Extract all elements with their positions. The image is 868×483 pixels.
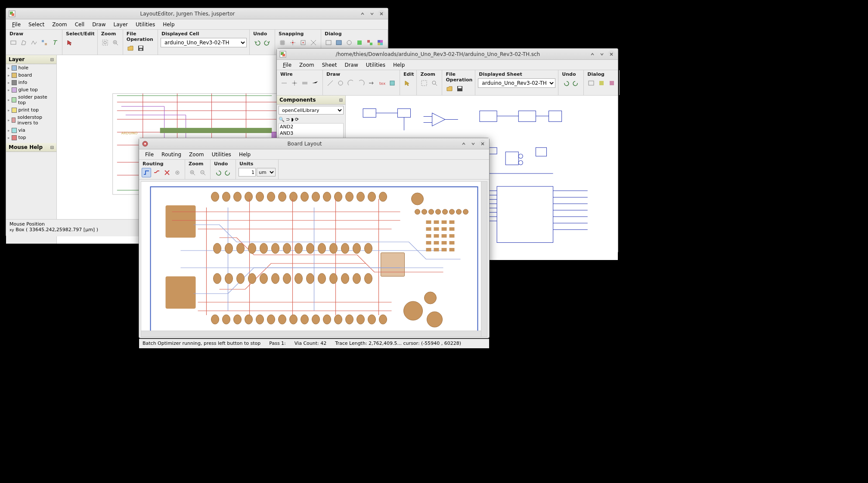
draw-path-icon[interactable]: [29, 38, 39, 47]
menu-zoom[interactable]: Zoom: [186, 150, 208, 159]
close-button[interactable]: [608, 50, 615, 58]
dialog-1-icon[interactable]: [586, 78, 596, 88]
draw-text-icon[interactable]: text: [377, 78, 387, 88]
menu-routing[interactable]: Routing: [158, 150, 185, 159]
redo-icon[interactable]: [223, 168, 233, 177]
close-button[interactable]: [378, 10, 385, 18]
open-file-icon[interactable]: [445, 84, 454, 93]
zoom-in-icon[interactable]: [430, 78, 439, 88]
layer-row[interactable]: ▸solderstop invers to: [6, 114, 56, 127]
draw-component-icon[interactable]: [388, 78, 397, 88]
layer-row[interactable]: ▸hole: [6, 64, 56, 71]
component-item[interactable]: AND3: [279, 130, 343, 136]
draw-polygon-icon[interactable]: [19, 38, 28, 47]
layer-row[interactable]: ▸info: [6, 79, 56, 86]
layer-row[interactable]: ▸glue top: [6, 86, 56, 93]
select-icon[interactable]: [65, 38, 74, 47]
draw-text-icon[interactable]: T: [50, 38, 59, 47]
open-file-icon[interactable]: [126, 43, 135, 53]
component-item[interactable]: AND2: [279, 124, 343, 130]
zoom-in-icon[interactable]: [111, 38, 120, 47]
vertical-scrollbar[interactable]: [481, 182, 487, 337]
zoom-fit-icon[interactable]: [100, 38, 110, 47]
menu-help[interactable]: Help: [236, 150, 254, 159]
menu-help[interactable]: Help: [159, 20, 178, 29]
mouse-help-close-icon[interactable]: ⊟: [50, 145, 54, 150]
undo-icon[interactable]: [561, 78, 570, 88]
draw-arc-icon[interactable]: [346, 78, 356, 88]
save-file-icon[interactable]: [136, 43, 146, 53]
wire-junction-icon[interactable]: [290, 78, 299, 88]
save-file-icon[interactable]: [455, 84, 465, 93]
minimize-button[interactable]: [359, 10, 366, 18]
displayed-cell-dropdown[interactable]: arduino_Uno_Rev3-02-TH: [161, 38, 247, 47]
layer-row[interactable]: ▸board: [6, 71, 56, 79]
route-auto-icon[interactable]: [142, 168, 151, 177]
horizontal-scrollbar[interactable]: [141, 331, 481, 337]
undo-icon[interactable]: [252, 38, 262, 47]
undo-icon[interactable]: [213, 168, 223, 177]
dialog-5-icon[interactable]: [365, 38, 375, 47]
snap-intersect-icon[interactable]: [309, 38, 318, 47]
snap-center-icon[interactable]: [298, 38, 308, 47]
layer-row[interactable]: ▸solder paste top: [6, 93, 56, 106]
comp-gate-or-icon[interactable]: ◗: [291, 117, 294, 122]
close-button[interactable]: [479, 140, 487, 148]
maximize-button[interactable]: [469, 140, 477, 148]
menu-draw[interactable]: Draw: [341, 61, 361, 69]
units-value-input[interactable]: [239, 168, 256, 176]
menu-zoom[interactable]: Zoom: [296, 61, 318, 69]
menu-cell[interactable]: Cell: [71, 20, 88, 29]
route-rip-icon[interactable]: [162, 168, 172, 177]
menu-sheet[interactable]: Sheet: [319, 61, 341, 69]
layer-panel-close-icon[interactable]: ⊟: [50, 57, 54, 62]
comp-filter-icon[interactable]: 🔍: [279, 117, 285, 122]
minimize-button[interactable]: [460, 140, 468, 148]
layer-row[interactable]: ▸via: [6, 127, 56, 134]
menu-file[interactable]: File: [142, 150, 157, 159]
menu-utilities[interactable]: Utilities: [208, 150, 235, 159]
draw-line-icon[interactable]: [326, 78, 335, 88]
menu-layer[interactable]: Layer: [110, 20, 131, 29]
menu-draw[interactable]: Draw: [89, 20, 109, 29]
dialog-4-icon[interactable]: [355, 38, 364, 47]
comp-gate-and-icon[interactable]: ⊃: [286, 117, 290, 122]
redo-icon[interactable]: [571, 78, 581, 88]
menu-select[interactable]: Select: [25, 20, 48, 29]
route-via-icon[interactable]: [173, 168, 182, 177]
menu-zoom[interactable]: Zoom: [49, 20, 71, 29]
draw-cell-icon[interactable]: [40, 38, 49, 47]
component-library-dropdown[interactable]: openCellLibrary: [279, 106, 344, 115]
menu-utilities[interactable]: Utilities: [132, 20, 158, 29]
menu-utilities[interactable]: Utilities: [363, 61, 389, 69]
zoom-out-icon[interactable]: [198, 168, 208, 177]
maximize-button[interactable]: [368, 10, 376, 18]
board-canvas[interactable]: [141, 181, 487, 337]
units-select[interactable]: um: [257, 168, 276, 176]
snap-point-icon[interactable]: [288, 38, 298, 47]
route-manual-icon[interactable]: [152, 168, 161, 177]
draw-arc2-icon[interactable]: [356, 78, 366, 88]
dialog-3-icon[interactable]: [344, 38, 354, 47]
wire-bus-icon[interactable]: [300, 78, 310, 88]
edit-select-icon[interactable]: [403, 78, 412, 88]
zoom-fit-icon[interactable]: [419, 78, 429, 88]
dialog-3-icon[interactable]: [607, 78, 617, 88]
dialog-2-icon[interactable]: [597, 78, 606, 88]
menu-file[interactable]: File: [9, 20, 24, 29]
displayed-sheet-dropdown[interactable]: arduino_Uno_Rev3-02-TH: [478, 78, 555, 88]
menu-help[interactable]: Help: [390, 61, 408, 69]
dialog-6-icon[interactable]: [375, 38, 385, 47]
wire-h-icon[interactable]: [279, 78, 289, 88]
maximize-button[interactable]: [598, 50, 606, 58]
dialog-1-icon[interactable]: [324, 38, 333, 47]
redo-icon[interactable]: [263, 38, 272, 47]
wire-net-icon[interactable]: [310, 78, 320, 88]
layer-row[interactable]: ▸print top: [6, 106, 56, 114]
comp-refresh-icon[interactable]: ⟳: [295, 117, 299, 122]
draw-arrow-icon[interactable]: [367, 78, 376, 88]
dialog-2-icon[interactable]: [334, 38, 344, 47]
layer-row[interactable]: ▸top: [6, 134, 56, 141]
snap-grid-icon[interactable]: [278, 38, 287, 47]
menu-file[interactable]: File: [279, 61, 295, 69]
